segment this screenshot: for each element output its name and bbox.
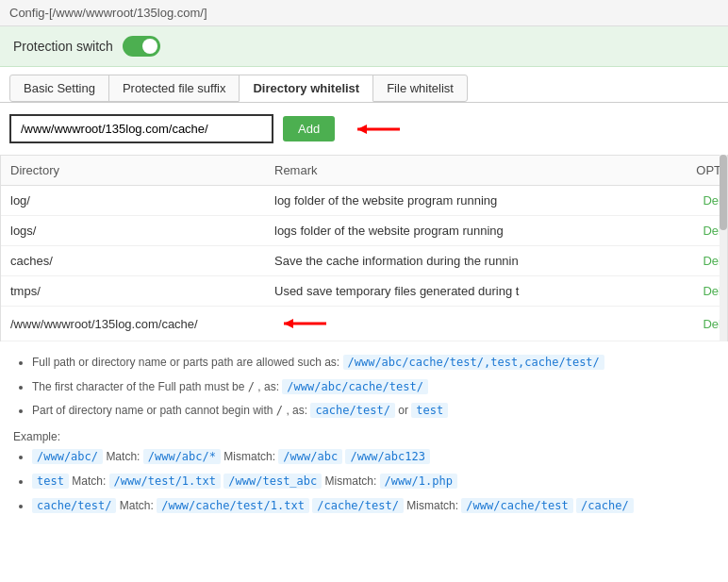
tab-directory-whitelist[interactable]: Directory whitelist: [239, 75, 373, 102]
example-2: test Match: /www/test/1.txt /www/test_ab…: [32, 472, 715, 492]
tab-file-whitelist[interactable]: File whitelist: [372, 75, 468, 102]
tab-protected-file-suffix[interactable]: Protected file suffix: [108, 75, 240, 102]
protection-toggle[interactable]: [123, 36, 160, 57]
cell-directory: logs/: [1, 216, 265, 246]
table-row: log/log folder of the website program ru…: [1, 186, 727, 216]
cell-remark: log folder of the website program runnin…: [265, 186, 670, 216]
path-input[interactable]: [9, 114, 273, 143]
scrollbar-thumb[interactable]: [720, 155, 727, 230]
table-row: tmps/Used save temporary files generated…: [1, 276, 727, 307]
table-row: logs/logs folder of the website program …: [1, 216, 727, 246]
tabs-container: Basic Setting Protected file suffix Dire…: [0, 67, 728, 103]
cell-opt: Del: [670, 246, 727, 276]
row-arrow-svg: [274, 314, 331, 333]
notes-section: Full path or directory name or parts pat…: [0, 341, 728, 531]
example-1: /www/abc/ Match: /www/abc/* Mismatch: /w…: [32, 447, 715, 468]
cell-directory: caches/: [1, 246, 265, 276]
scrollbar[interactable]: [720, 155, 727, 341]
cell-remark: Used save temporary files generated duri…: [265, 276, 670, 307]
svg-marker-3: [284, 319, 293, 328]
note-item-3: Part of directory name or path cannot be…: [32, 401, 715, 422]
title-text: Config-[/www/wwwroot/135log.com/]: [9, 6, 207, 20]
protection-label: Protection switch: [13, 39, 113, 54]
example-3: cache/test/ Match: /www/cache/test/1.txt…: [32, 496, 715, 517]
input-area: Add: [0, 103, 728, 155]
cell-opt: Del: [670, 307, 727, 341]
svg-marker-1: [357, 125, 367, 134]
cell-opt: Del: [670, 186, 727, 216]
table-header-row: Directory Remark OPT: [1, 156, 727, 186]
col-header-opt: OPT: [670, 156, 727, 186]
tab-basic-setting[interactable]: Basic Setting: [9, 75, 109, 102]
directory-table: Directory Remark OPT log/log folder of t…: [1, 155, 727, 341]
col-header-remark: Remark: [265, 156, 670, 186]
cell-remark: logs folder of the website program runni…: [265, 216, 670, 246]
note-item-1: Full path or directory name or parts pat…: [32, 353, 715, 374]
col-header-directory: Directory: [1, 156, 265, 186]
title-bar: Config-[/www/wwwroot/135log.com/]: [0, 0, 728, 26]
table-wrapper: Directory Remark OPT log/log folder of t…: [0, 155, 728, 341]
cell-remark: Save the cache information during the ru…: [265, 246, 670, 276]
protection-bar: Protection switch: [0, 26, 728, 67]
cell-opt: Del: [670, 216, 727, 246]
arrow-svg: [348, 120, 405, 139]
add-button[interactable]: Add: [283, 116, 335, 141]
arrow-indicator: [348, 120, 405, 139]
cell-directory: tmps/: [1, 276, 265, 307]
cell-opt: Del: [670, 276, 727, 307]
table-row: /www/wwwroot/135log.com/cache/Del: [1, 307, 727, 341]
cell-directory: /www/wwwroot/135log.com/cache/: [1, 307, 265, 341]
example-label: Example:: [13, 427, 715, 448]
toggle-thumb: [142, 39, 157, 54]
table-row: caches/Save the cache information during…: [1, 246, 727, 276]
cell-remark: [265, 307, 670, 341]
cell-directory: log/: [1, 186, 265, 216]
note-item-2: The first character of the Full path mus…: [32, 377, 715, 398]
